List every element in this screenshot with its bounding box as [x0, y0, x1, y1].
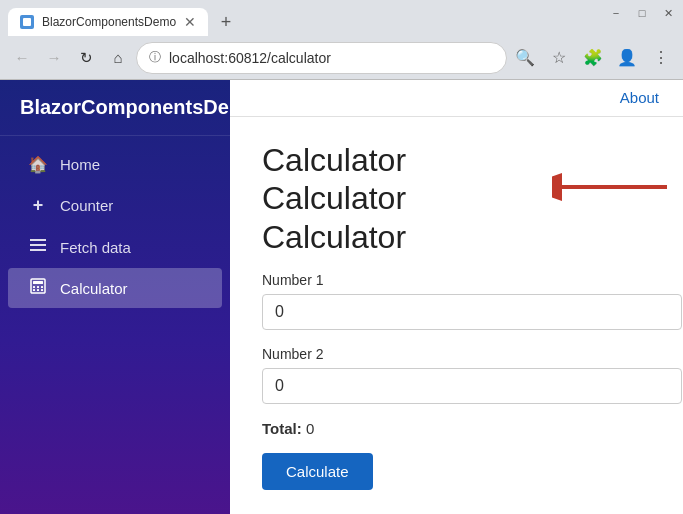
svg-rect-6 — [37, 286, 39, 288]
number2-input[interactable] — [262, 368, 682, 404]
total-value: 0 — [306, 420, 314, 437]
calculator-heading-3: Calculator — [262, 218, 651, 256]
total-label: Total: — [262, 420, 302, 437]
svg-rect-1 — [30, 244, 46, 246]
calculator-icon — [28, 278, 48, 298]
topbar: About — [230, 80, 683, 117]
number2-label: Number 2 — [262, 346, 651, 362]
browser-tab[interactable]: BlazorComponentsDemo ✕ — [8, 8, 208, 36]
extensions-button[interactable]: 🧩 — [579, 44, 607, 72]
svg-rect-0 — [30, 239, 46, 241]
sidebar-item-calculator[interactable]: Calculator — [8, 268, 222, 308]
svg-rect-2 — [30, 249, 46, 251]
home-button[interactable]: ⌂ — [104, 44, 132, 72]
svg-rect-4 — [33, 281, 43, 284]
calculate-button[interactable]: Calculate — [262, 453, 373, 490]
tab-close-button[interactable]: ✕ — [184, 14, 196, 30]
sidebar-navigation: 🏠 Home + Counter Fetch data — [0, 136, 230, 317]
number1-input[interactable] — [262, 294, 682, 330]
main-content: About Calculator Calculator Calculator — [230, 80, 683, 514]
navigation-bar: ← → ↻ ⌂ ⓘ localhost:60812/calculator 🔍 ☆… — [0, 36, 683, 80]
sidebar-item-calculator-label: Calculator — [60, 280, 128, 297]
minimize-button[interactable]: − — [609, 6, 623, 20]
number2-group: Number 2 — [262, 346, 651, 404]
total-row: Total: 0 — [262, 420, 651, 437]
forward-button[interactable]: → — [40, 44, 68, 72]
url-display: localhost:60812/calculator — [169, 50, 331, 66]
close-button[interactable]: ✕ — [661, 6, 675, 20]
svg-rect-8 — [33, 289, 35, 291]
tab-favicon — [20, 15, 34, 29]
number1-label: Number 1 — [262, 272, 651, 288]
back-button[interactable]: ← — [8, 44, 36, 72]
search-icon-button[interactable]: 🔍 — [511, 44, 539, 72]
sidebar-item-fetch-label: Fetch data — [60, 239, 131, 256]
sidebar-brand: BlazorComponentsDemo — [0, 80, 230, 136]
svg-rect-10 — [41, 289, 43, 291]
address-bar[interactable]: ⓘ localhost:60812/calculator — [136, 42, 507, 74]
svg-rect-9 — [37, 289, 39, 291]
tab-title: BlazorComponentsDemo — [42, 15, 176, 29]
sidebar-item-counter-label: Counter — [60, 197, 113, 214]
number1-group: Number 1 — [262, 272, 651, 330]
bookmark-button[interactable]: ☆ — [545, 44, 573, 72]
list-icon — [28, 237, 48, 257]
page-content: Calculator Calculator Calculator — [230, 117, 683, 514]
app-layout: BlazorComponentsDemo 🏠 Home + Counter Fe — [0, 80, 683, 514]
red-arrow — [552, 169, 672, 209]
sidebar-item-home-label: Home — [60, 156, 100, 173]
plus-icon: + — [28, 195, 48, 216]
sidebar-item-counter[interactable]: + Counter — [8, 185, 222, 226]
menu-button[interactable]: ⋮ — [647, 44, 675, 72]
refresh-button[interactable]: ↻ — [72, 44, 100, 72]
svg-rect-7 — [41, 286, 43, 288]
about-link[interactable]: About — [620, 89, 659, 106]
new-tab-button[interactable]: + — [212, 8, 240, 36]
sidebar: BlazorComponentsDemo 🏠 Home + Counter Fe — [0, 80, 230, 514]
home-icon: 🏠 — [28, 155, 48, 174]
lock-icon: ⓘ — [149, 49, 161, 66]
sidebar-item-fetch-data[interactable]: Fetch data — [8, 227, 222, 267]
sidebar-item-home[interactable]: 🏠 Home — [8, 145, 222, 184]
maximize-button[interactable]: □ — [635, 6, 649, 20]
svg-rect-5 — [33, 286, 35, 288]
profile-button[interactable]: 👤 — [613, 44, 641, 72]
